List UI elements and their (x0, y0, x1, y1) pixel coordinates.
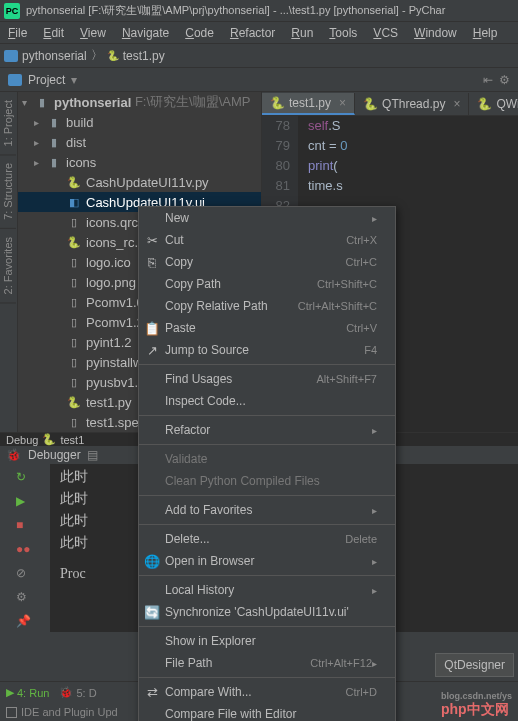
menu-window[interactable]: Window (410, 24, 461, 42)
debug-icon[interactable]: 🐞 (4, 446, 22, 464)
line-number: 81 (262, 176, 290, 196)
menu-item[interactable]: File PathCtrl+Alt+F12▸ (139, 652, 395, 674)
file-icon: ▯ (66, 296, 82, 309)
menu-item[interactable]: Copy Relative PathCtrl+Alt+Shift+C (139, 295, 395, 317)
menu-vcs[interactable]: VCS (369, 24, 402, 42)
stop-icon[interactable]: ■ (16, 518, 34, 536)
menu-separator (139, 677, 395, 678)
menu-code[interactable]: Code (181, 24, 218, 42)
expand-icon[interactable]: ▾ (22, 97, 34, 108)
menu-item[interactable]: ⎘CopyCtrl+C (139, 251, 395, 273)
menu-item[interactable]: Add to Favorites▸ (139, 499, 395, 521)
shortcut: Ctrl+D (346, 686, 377, 698)
rerun-icon[interactable]: ↻ (16, 470, 34, 488)
collapse-icon[interactable]: ⇤ (483, 73, 493, 87)
file-icon: 🐍 (66, 396, 82, 409)
menu-view[interactable]: View (76, 24, 110, 42)
menu-item[interactable]: Show in Explorer (139, 630, 395, 652)
menu-navigate[interactable]: Navigate (118, 24, 173, 42)
tree-item[interactable]: 🐍CashUpdateUI11v.py (18, 172, 261, 192)
code-line[interactable]: cnt = 0 (308, 136, 518, 156)
tree-label: dist (66, 135, 86, 150)
console-icon[interactable]: ▤ (87, 448, 98, 462)
editor-tab[interactable]: 🐍QWi× (469, 93, 518, 115)
tree-root-path: F:\研究生\咖盟\AMP (135, 93, 251, 111)
view-breakpoints-icon[interactable]: ●● (16, 542, 34, 560)
code-line[interactable]: self.S (308, 116, 518, 136)
file-icon: ▯ (66, 216, 82, 229)
expand-icon[interactable]: ▸ (34, 137, 46, 148)
close-icon[interactable]: × (453, 97, 460, 111)
tree-item[interactable]: ▸▮dist (18, 132, 261, 152)
menu-label: Copy Relative Path (165, 299, 298, 313)
menu-help[interactable]: Help (469, 24, 502, 42)
python-icon: 🐍 (270, 96, 285, 110)
settings-icon[interactable]: ⚙ (16, 590, 34, 608)
menu-file[interactable]: File (4, 24, 31, 42)
tree-label: pyusbv1.0 (86, 375, 145, 390)
tree-root[interactable]: ▾ ▮ pythonserial F:\研究生\咖盟\AMP (18, 92, 261, 112)
menu-tools[interactable]: Tools (325, 24, 361, 42)
menu-item[interactable]: 📋PasteCtrl+V (139, 317, 395, 339)
menu-refactor[interactable]: Refactor (226, 24, 279, 42)
menu-item[interactable]: Copy PathCtrl+Shift+C (139, 273, 395, 295)
mute-icon[interactable]: ⊘ (16, 566, 34, 584)
pin-icon[interactable]: 📌 (16, 614, 34, 632)
menu-item[interactable]: Find UsagesAlt+Shift+F7 (139, 368, 395, 390)
code-line[interactable]: time.s (308, 176, 518, 196)
side-tab-favorites[interactable]: 2: Favorites (0, 229, 16, 303)
menu-item[interactable]: Refactor▸ (139, 419, 395, 441)
tooltip: QtDesigner (435, 653, 514, 677)
menu-separator (139, 444, 395, 445)
dropdown-icon[interactable]: ▾ (71, 73, 77, 87)
python-icon: 🐍 (363, 97, 378, 111)
side-tab-structure[interactable]: 7: Structure (0, 155, 16, 229)
run-tool-window[interactable]: ▶ 4: Run (6, 686, 49, 699)
debug-title[interactable]: Debug (6, 434, 38, 446)
expand-icon[interactable]: ▸ (34, 157, 46, 168)
menu-run[interactable]: Run (287, 24, 317, 42)
menu-item[interactable]: 🔄Synchronize 'CashUpdateUI11v.ui' (139, 601, 395, 623)
menu-item[interactable]: Delete...Delete (139, 528, 395, 550)
shortcut: Ctrl+Shift+C (317, 278, 377, 290)
close-icon[interactable]: × (339, 96, 346, 110)
menu-item[interactable]: ⇄Compare With...Ctrl+D (139, 681, 395, 703)
editor-tab[interactable]: 🐍test1.py× (262, 93, 355, 115)
menu-item[interactable]: Local History▸ (139, 579, 395, 601)
debug-tool-window[interactable]: 🐞 5: D (59, 686, 96, 699)
tree-item[interactable]: ▸▮build (18, 112, 261, 132)
file-icon: ▯ (66, 376, 82, 389)
sync-icon: 🔄 (143, 605, 161, 620)
ide-update-label[interactable]: IDE and Plugin Upd (21, 706, 118, 718)
editor-tab[interactable]: 🐍QThread.py× (355, 93, 469, 115)
breadcrumb-project[interactable]: pythonserial (22, 49, 87, 63)
chevron-right-icon: 〉 (91, 47, 103, 64)
side-tab-project[interactable]: 1: Project (0, 92, 16, 155)
menu-edit[interactable]: Edit (39, 24, 68, 42)
resume-icon[interactable]: ▶ (16, 494, 34, 512)
menu-item[interactable]: Compare File with Editor (139, 703, 395, 721)
menu-item[interactable]: ✂CutCtrl+X (139, 229, 395, 251)
menu-item[interactable]: 🌐Open in Browser▸ (139, 550, 395, 572)
submenu-arrow-icon: ▸ (372, 585, 377, 596)
debugger-tab[interactable]: Debugger (28, 448, 81, 462)
project-icon (8, 74, 22, 86)
menu-item[interactable]: ↗Jump to SourceF4 (139, 339, 395, 361)
python-icon: 🐍 (42, 433, 56, 446)
menu-item[interactable]: Inspect Code... (139, 390, 395, 412)
code-line[interactable]: print( (308, 156, 518, 176)
menu-item[interactable]: New▸ (139, 207, 395, 229)
gear-icon[interactable]: ⚙ (499, 73, 510, 87)
debug-session[interactable]: test1 (60, 434, 84, 446)
breadcrumb-file[interactable]: test1.py (123, 49, 165, 63)
submenu-arrow-icon: ▸ (372, 556, 377, 567)
checkbox[interactable] (6, 707, 17, 718)
tree-label: icons_rc.p (86, 235, 145, 250)
tree-item[interactable]: ▸▮icons (18, 152, 261, 172)
project-label[interactable]: Project (28, 73, 65, 87)
file-icon: ▮ (46, 156, 62, 169)
paste-icon: 📋 (143, 321, 161, 336)
compare-icon: ⇄ (143, 685, 161, 700)
expand-icon[interactable]: ▸ (34, 117, 46, 128)
line-number: 78 (262, 116, 290, 136)
